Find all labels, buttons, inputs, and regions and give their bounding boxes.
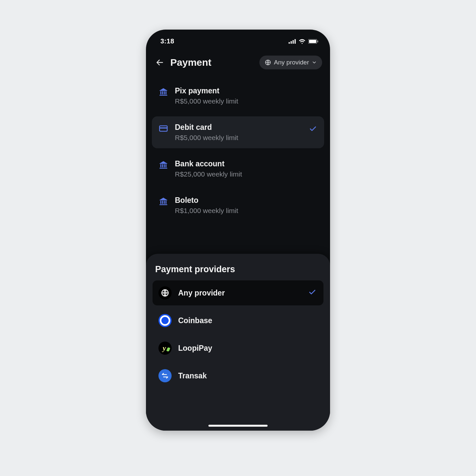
svg-rect-0 (289, 42, 290, 44)
svg-rect-15 (160, 164, 161, 167)
arrow-left-icon (155, 58, 164, 67)
payment-method-subtitle: R$25,000 weekly limit (175, 170, 242, 178)
status-icons (289, 39, 318, 44)
check-icon (309, 125, 317, 134)
svg-rect-3 (295, 39, 296, 44)
status-bar: 3:18 (146, 30, 330, 48)
payment-method-title: Bank account (175, 159, 242, 168)
provider-coinbase[interactable]: Coinbase (153, 308, 323, 333)
payment-method-title: Boleto (175, 196, 238, 205)
svg-rect-9 (162, 91, 163, 94)
payment-method-debit[interactable]: Debit card R$5,000 weekly limit (152, 116, 324, 148)
svg-rect-17 (164, 164, 165, 167)
svg-rect-10 (164, 91, 165, 94)
coinbase-icon (158, 314, 172, 327)
sheet-title: Payment providers (155, 264, 321, 274)
payment-method-bank[interactable]: Bank account R$25,000 weekly limit (152, 153, 324, 185)
page-title: Payment (170, 57, 211, 68)
card-icon (158, 124, 168, 133)
payment-method-subtitle: R$1,000 weekly limit (175, 207, 238, 215)
bank-icon (158, 197, 168, 206)
provider-label: LoopiPay (178, 344, 212, 353)
svg-rect-21 (162, 201, 163, 204)
svg-rect-11 (165, 91, 166, 94)
svg-rect-22 (164, 201, 165, 204)
svg-rect-5 (309, 40, 316, 43)
payment-method-boleto[interactable]: Boleto R$1,000 weekly limit (152, 189, 324, 221)
svg-rect-6 (318, 40, 319, 42)
provider-transak[interactable]: Transak (153, 363, 323, 388)
bank-icon (158, 160, 168, 170)
check-icon (308, 288, 316, 298)
svg-rect-23 (165, 201, 166, 204)
svg-rect-2 (293, 40, 294, 44)
page-header: Payment Any provider (146, 48, 330, 77)
wifi-icon (298, 39, 306, 44)
payment-method-list: Pix payment R$5,000 weekly limit Debit c… (146, 77, 330, 221)
provider-filter-pill[interactable]: Any provider (259, 56, 322, 69)
provider-any[interactable]: Any provider (153, 280, 323, 305)
phone-frame: 3:18 Payment Any provider (146, 30, 330, 431)
transak-icon (158, 369, 172, 382)
svg-rect-1 (291, 41, 292, 44)
provider-label: Any provider (178, 289, 225, 298)
status-time: 3:18 (160, 37, 174, 45)
provider-label: Coinbase (178, 316, 212, 325)
svg-rect-19 (159, 168, 167, 169)
battery-icon (308, 39, 318, 44)
loopipay-icon: y (158, 342, 172, 355)
svg-rect-18 (165, 164, 166, 167)
back-button[interactable] (154, 57, 166, 68)
payment-method-pix[interactable]: Pix payment R$5,000 weekly limit (152, 80, 324, 112)
bank-icon (158, 87, 168, 97)
chevron-down-icon (312, 60, 317, 65)
svg-rect-8 (160, 91, 161, 94)
svg-rect-16 (162, 164, 163, 167)
svg-rect-14 (159, 128, 167, 129)
home-indicator[interactable] (208, 425, 268, 427)
cellular-icon (289, 39, 296, 44)
globe-icon (158, 286, 172, 299)
payment-method-title: Debit card (175, 123, 238, 132)
provider-loopipay[interactable]: y LoopiPay (153, 336, 323, 361)
svg-rect-24 (159, 204, 167, 205)
svg-rect-20 (160, 201, 161, 204)
provider-label: Transak (178, 371, 207, 380)
payment-method-title: Pix payment (175, 86, 238, 95)
providers-sheet: Payment providers Any provider Coinbase … (146, 254, 330, 431)
svg-rect-12 (159, 95, 167, 96)
provider-filter-label: Any provider (274, 59, 309, 66)
globe-icon (265, 59, 271, 66)
payment-method-subtitle: R$5,000 weekly limit (175, 97, 238, 105)
payment-method-subtitle: R$5,000 weekly limit (175, 134, 238, 142)
